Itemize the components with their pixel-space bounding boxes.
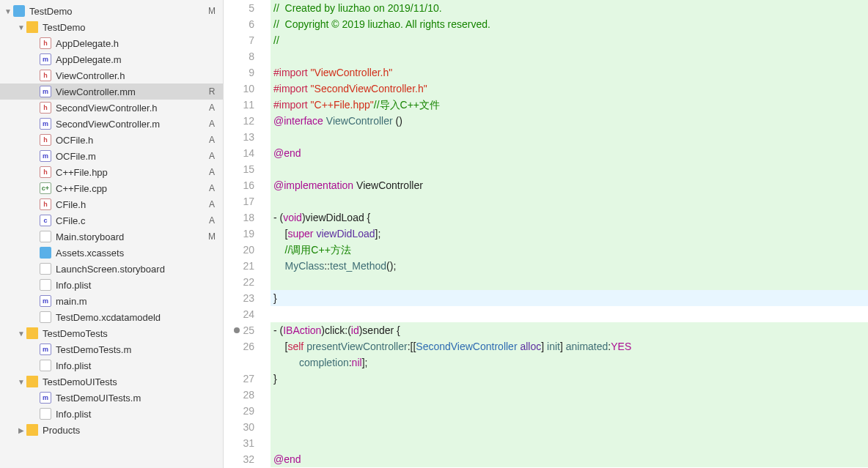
gutter-line[interactable]: 7	[224, 32, 262, 48]
file-tree-row[interactable]: mSecondViewController.mA	[0, 116, 223, 132]
gutter-line[interactable]	[224, 354, 262, 371]
code-line[interactable]: }	[271, 290, 868, 306]
gutter-line[interactable]: 22	[224, 274, 262, 290]
code-line[interactable]: #import "C++File.hpp"//导入C++文件	[271, 97, 868, 113]
gutter-line[interactable]: 17	[224, 193, 262, 209]
code-line[interactable]: - (void)viewDidLoad {	[271, 209, 868, 226]
file-tree-row[interactable]: cCFile.cA	[0, 212, 223, 229]
gutter-line[interactable]: 24	[224, 306, 262, 322]
gutter-line[interactable]: 26	[224, 338, 262, 354]
disclosure-triangle-icon[interactable]: ▼	[4, 7, 12, 15]
code-line[interactable]	[271, 274, 868, 290]
file-tree-row[interactable]: hViewController.h	[0, 67, 223, 83]
file-label: SecondViewController.m	[56, 119, 207, 130]
file-tree-row[interactable]: mOCFile.mA	[0, 148, 223, 164]
disclosure-triangle-icon[interactable]: ▼	[18, 23, 25, 31]
code-line[interactable]	[271, 129, 868, 145]
line-number: 32	[243, 451, 254, 467]
code-line[interactable]	[271, 419, 868, 435]
file-tree-row[interactable]: c+C++File.cppA	[0, 180, 223, 196]
file-tree-row[interactable]: TestDemo.xcdatamodeld	[0, 309, 223, 325]
code-line[interactable]: #import "SecondViewController.h"	[271, 81, 868, 97]
project-navigator[interactable]: ▼TestDemoM▼TestDemohAppDelegate.hmAppDel…	[0, 0, 224, 468]
file-tree-row[interactable]: mViewController.mmR	[0, 83, 223, 100]
file-tree-row[interactable]: Info.plist	[0, 357, 223, 374]
file-tree-row[interactable]: hCFile.hA	[0, 196, 223, 212]
code-editor[interactable]: 5678910111213141516171819202122232425262…	[224, 0, 868, 468]
gutter-line[interactable]: 23	[224, 290, 262, 306]
code-line[interactable]: [super viewDidLoad];	[271, 226, 868, 242]
code-line[interactable]: // Copyright © 2019 liuzhao. All rights …	[271, 16, 868, 32]
code-line[interactable]: //调用C++方法	[271, 242, 868, 258]
code-line[interactable]	[271, 161, 868, 177]
file-tree-row[interactable]: LaunchScreen.storyboard	[0, 261, 223, 277]
gutter-line[interactable]: 25	[224, 322, 262, 338]
file-tree-row[interactable]: ▼TestDemoUITests	[0, 374, 223, 390]
file-tree-row[interactable]: hAppDelegate.h	[0, 35, 223, 51]
gutter-line[interactable]: 28	[224, 387, 262, 403]
file-label: TestDemo	[29, 6, 207, 17]
gutter-line[interactable]: 31	[224, 435, 262, 451]
gutter-line[interactable]: 13	[224, 129, 262, 145]
file-label: AppDelegate.h	[56, 38, 207, 49]
file-tree-row[interactable]: Info.plist	[0, 406, 223, 422]
file-tree-row[interactable]: ▼TestDemoTests	[0, 325, 223, 341]
code-line[interactable]	[271, 387, 868, 403]
code-line[interactable]: @interface ViewController ()	[271, 113, 868, 129]
code-line[interactable]: - (IBAction)click:(id)sender {	[271, 322, 868, 338]
file-tree-row[interactable]: ▶Products	[0, 422, 223, 438]
breakpoint-icon[interactable]	[234, 327, 240, 333]
disclosure-triangle-icon[interactable]: ▼	[18, 378, 25, 386]
code-line[interactable]: //	[271, 32, 868, 48]
file-tree-row[interactable]: hSecondViewController.hA	[0, 100, 223, 116]
code-line[interactable]	[271, 48, 868, 64]
disclosure-triangle-icon[interactable]: ▼	[18, 330, 25, 338]
gutter-line[interactable]: 27	[224, 371, 262, 387]
code-line[interactable]: @end	[271, 451, 868, 467]
file-tree-row[interactable]: Main.storyboardM	[0, 229, 223, 245]
scm-status-badge: A	[207, 215, 217, 226]
file-tree-row[interactable]: Assets.xcassets	[0, 245, 223, 261]
gutter-line[interactable]: 15	[224, 161, 262, 177]
file-tree-row[interactable]: hOCFile.hA	[0, 132, 223, 148]
code-line[interactable]: // Created by liuzhao on 2019/11/10.	[271, 0, 868, 16]
file-tree-row[interactable]: ▼TestDemo	[0, 19, 223, 35]
gutter-line[interactable]: 20	[224, 242, 262, 258]
code-line[interactable]: [self presentViewController:[[SecondView…	[271, 338, 868, 354]
file-tree-row[interactable]: mTestDemoUITests.m	[0, 390, 223, 406]
gutter-line[interactable]: 19	[224, 226, 262, 242]
file-tree-row[interactable]: Info.plist	[0, 277, 223, 293]
file-tree-row[interactable]: hC++File.hppA	[0, 164, 223, 180]
gutter-line[interactable]: 5	[224, 0, 262, 16]
file-tree-row[interactable]: mmain.m	[0, 293, 223, 309]
gutter-line[interactable]: 14	[224, 145, 262, 161]
line-gutter[interactable]: 5678910111213141516171819202122232425262…	[224, 0, 271, 468]
gutter-line[interactable]: 30	[224, 419, 262, 435]
code-line[interactable]	[271, 306, 868, 322]
gutter-line[interactable]: 21	[224, 258, 262, 274]
gutter-line[interactable]: 16	[224, 177, 262, 193]
gutter-line[interactable]: 6	[224, 16, 262, 32]
code-lines[interactable]: // Created by liuzhao on 2019/11/10.// C…	[271, 0, 868, 468]
code-line[interactable]: @implementation ViewController	[271, 177, 868, 193]
code-line[interactable]: @end	[271, 145, 868, 161]
gutter-line[interactable]: 8	[224, 48, 262, 64]
gutter-line[interactable]: 11	[224, 97, 262, 113]
gutter-line[interactable]: 29	[224, 403, 262, 419]
code-line[interactable]	[271, 193, 868, 209]
code-line[interactable]: completion:nil];	[271, 354, 868, 371]
gutter-line[interactable]: 12	[224, 113, 262, 129]
gutter-line[interactable]: 10	[224, 81, 262, 97]
file-tree-row[interactable]: mTestDemoTests.m	[0, 341, 223, 357]
file-tree-row[interactable]: mAppDelegate.m	[0, 51, 223, 67]
code-line[interactable]	[271, 435, 868, 451]
gutter-line[interactable]: 18	[224, 209, 262, 226]
code-line[interactable]: #import "ViewController.h"	[271, 64, 868, 81]
code-line[interactable]	[271, 403, 868, 419]
gutter-line[interactable]: 9	[224, 64, 262, 81]
disclosure-triangle-icon[interactable]: ▶	[18, 426, 25, 434]
code-line[interactable]: }	[271, 371, 868, 387]
code-line[interactable]: MyClass::test_Method();	[271, 258, 868, 274]
file-tree-row[interactable]: ▼TestDemoM	[0, 3, 223, 19]
gutter-line[interactable]: 32	[224, 451, 262, 467]
